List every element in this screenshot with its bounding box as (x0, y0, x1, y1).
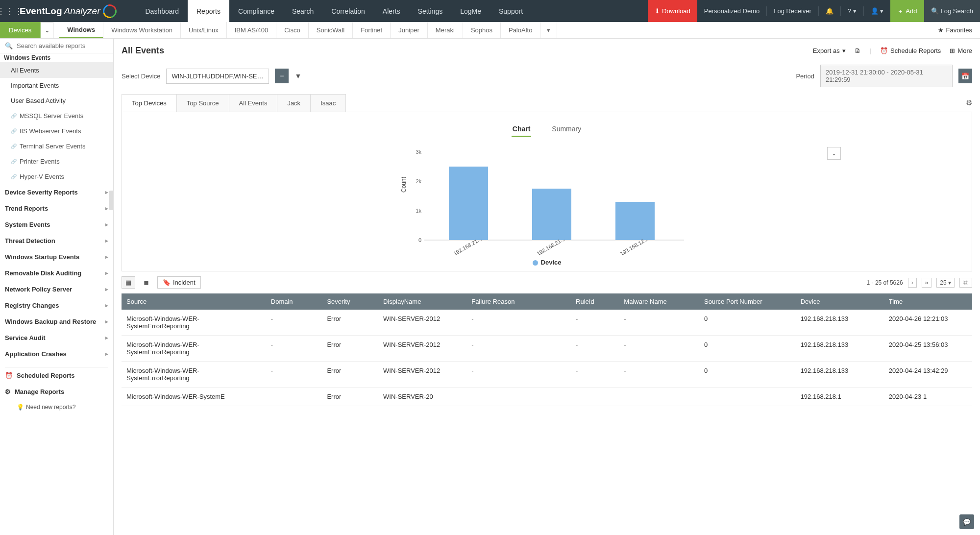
nav-dashboard[interactable]: Dashboard (136, 0, 188, 22)
sidebar-link-printer-events[interactable]: Printer Events (0, 154, 113, 169)
view-tab-jack[interactable]: Jack (277, 95, 311, 112)
sidebar-group-service-audit[interactable]: Service Audit (0, 330, 113, 346)
chart-tab-summary[interactable]: Summary (551, 122, 582, 137)
log-search-button[interactable]: 🔍 Log Search (924, 0, 980, 22)
calendar-button[interactable]: 📅 (958, 69, 972, 83)
notification-icon[interactable]: 🔔 (819, 0, 840, 22)
col-ruleid[interactable]: RuleId (571, 293, 619, 310)
table-row[interactable]: Microsoft-Windows-WER-SystemErrorReporti… (122, 310, 972, 336)
grid-view-button[interactable]: ▦ (122, 276, 135, 289)
add-button[interactable]: ＋ Add (890, 0, 924, 22)
devices-button[interactable]: Devices (0, 22, 41, 38)
col-malware-name[interactable]: Malware Name (619, 293, 699, 310)
table-row[interactable]: Microsoft-Windows-WER-SystemEErrorWIN-SE… (122, 388, 972, 406)
columns-button[interactable]: ⿻ (959, 278, 972, 288)
need-new-reports-hint[interactable]: 💡Need new reports? (5, 400, 108, 414)
col-severity[interactable]: Severity (322, 293, 378, 310)
col-failure-reason[interactable]: Failure Reason (466, 293, 571, 310)
sidebar-link-mssql-server-events[interactable]: MSSQL Server Events (0, 108, 113, 123)
os-tab-meraki[interactable]: Meraki (428, 22, 463, 38)
sidebar-group-removable-disk-auditing[interactable]: Removable Disk Auditing (0, 265, 113, 281)
download-button[interactable]: ⬇ Download (648, 0, 697, 22)
device-input[interactable]: WIN-JLDTHUDDHDF,WIN-SERVER-2012 (166, 69, 269, 84)
view-tab-top-devices[interactable]: Top Devices (122, 95, 177, 112)
more-menu[interactable]: ⊞ More (950, 47, 972, 54)
col-device[interactable]: Device (796, 293, 884, 310)
nav-reports[interactable]: Reports (188, 0, 229, 22)
svg-text:3k: 3k (416, 149, 421, 155)
tab-settings-icon[interactable]: ⚙ (966, 98, 972, 107)
schedule-reports-link[interactable]: ⏰ Schedule Reports (880, 47, 941, 54)
apps-grid-icon[interactable]: ⋮⋮⋮ (0, 6, 20, 17)
sidebar-collapse-handle[interactable] (109, 191, 114, 210)
export-as-menu[interactable]: Export as ▾ (813, 47, 846, 54)
personalized-demo-link[interactable]: Personalized Demo (697, 0, 766, 22)
sidebar-group-registry-changes[interactable]: Registry Changes (0, 297, 113, 314)
favorites-link[interactable]: ★ Favorites (930, 22, 980, 38)
sidebar-item-important-events[interactable]: Important Events (0, 78, 113, 93)
pager-last[interactable]: » (922, 278, 932, 288)
nav-logme[interactable]: LogMe (451, 0, 490, 22)
sidebar-group-network-policy-server[interactable]: Network Policy Server (0, 281, 113, 297)
sidebar-group-system-events[interactable]: System Events (0, 217, 113, 233)
sidebar-group-device-severity-reports[interactable]: Device Severity Reports (0, 184, 113, 200)
os-tab-more[interactable]: ▾ (540, 22, 557, 38)
search-reports-input[interactable] (17, 42, 108, 49)
nav-correlation[interactable]: Correlation (322, 0, 373, 22)
period-input[interactable]: 2019-12-31 21:30:00 - 2020-05-31 21:29:5… (820, 65, 953, 87)
export-icon[interactable]: 🗎 (855, 47, 861, 54)
nav-compliance[interactable]: Compliance (229, 0, 283, 22)
sidebar-item-user-based-activity[interactable]: User Based Activity (0, 93, 113, 108)
help-menu[interactable]: ? ▾ (841, 0, 863, 22)
chart-options-dropdown[interactable]: ⌄ (827, 147, 841, 160)
os-tab-fortinet[interactable]: Fortinet (353, 22, 391, 38)
sidebar-item-all-events[interactable]: All Events (0, 63, 113, 78)
devices-dropdown[interactable]: ⌄ (41, 22, 53, 38)
sidebar-group-windows-backup-and-restore[interactable]: Windows Backup and Restore (0, 314, 113, 330)
col-time[interactable]: Time (884, 293, 972, 310)
view-tab-isaac[interactable]: Isaac (311, 95, 345, 112)
chart-tab-chart[interactable]: Chart (512, 122, 532, 137)
col-source-port-number[interactable]: Source Port Number (699, 293, 796, 310)
sidebar-link-terminal-server-events[interactable]: Terminal Server Events (0, 139, 113, 154)
user-menu[interactable]: 👤 ▾ (864, 0, 891, 22)
os-tab-juniper[interactable]: Juniper (391, 22, 428, 38)
view-tab-all-events[interactable]: All Events (229, 95, 278, 112)
logo-text-2: Analyzer (64, 6, 100, 17)
manage-reports-link[interactable]: ⚙Manage Reports (5, 384, 108, 400)
os-tab-unix-linux[interactable]: Unix/Linux (181, 22, 227, 38)
os-tab-windows[interactable]: Windows (59, 22, 103, 38)
os-tab-cisco[interactable]: Cisco (276, 22, 309, 38)
os-tab-windows-workstation[interactable]: Windows Workstation (103, 22, 181, 38)
table-row[interactable]: Microsoft-Windows-WER-SystemErrorReporti… (122, 336, 972, 362)
chat-fab[interactable]: 💬 (959, 514, 974, 529)
page-size-select[interactable]: 25 ▾ (936, 278, 955, 288)
sidebar-link-iis-webserver-events[interactable]: IIS Webserver Events (0, 123, 113, 139)
col-domain[interactable]: Domain (266, 293, 322, 310)
log-receiver-link[interactable]: Log Receiver (767, 0, 818, 22)
sidebar-group-trend-reports[interactable]: Trend Reports (0, 200, 113, 217)
nav-search[interactable]: Search (283, 0, 322, 22)
nav-support[interactable]: Support (490, 0, 532, 22)
col-source[interactable]: Source (122, 293, 266, 310)
filter-icon[interactable]: ▼ (294, 72, 301, 80)
sidebar-group-threat-detection[interactable]: Threat Detection (0, 233, 113, 249)
nav-settings[interactable]: Settings (409, 0, 452, 22)
sidebar-group-windows-startup-events[interactable]: Windows Startup Events (0, 249, 113, 265)
os-tab-sophos[interactable]: Sophos (463, 22, 501, 38)
os-tab-sonicwall[interactable]: SonicWall (309, 22, 353, 38)
add-device-button[interactable]: ＋ (275, 69, 289, 83)
table-row[interactable]: Microsoft-Windows-WER-SystemErrorReporti… (122, 362, 972, 388)
sidebar-group-application-crashes[interactable]: Application Crashes (0, 346, 113, 362)
logo[interactable]: EventLog Analyzer (20, 4, 117, 18)
nav-alerts[interactable]: Alerts (374, 0, 409, 22)
pager-next[interactable]: › (908, 278, 917, 288)
os-tab-ibm-as-400[interactable]: IBM AS/400 (227, 22, 277, 38)
os-tab-paloalto[interactable]: PaloAlto (501, 22, 540, 38)
incident-button[interactable]: 🔖Incident (157, 276, 201, 289)
list-view-button[interactable]: ≣ (140, 277, 152, 288)
view-tab-top-source[interactable]: Top Source (177, 95, 229, 112)
col-displayname[interactable]: DisplayName (378, 293, 466, 310)
scheduled-reports-link[interactable]: ⏰Scheduled Reports (5, 367, 108, 384)
sidebar-link-hyper-v-events[interactable]: Hyper-V Events (0, 169, 113, 184)
